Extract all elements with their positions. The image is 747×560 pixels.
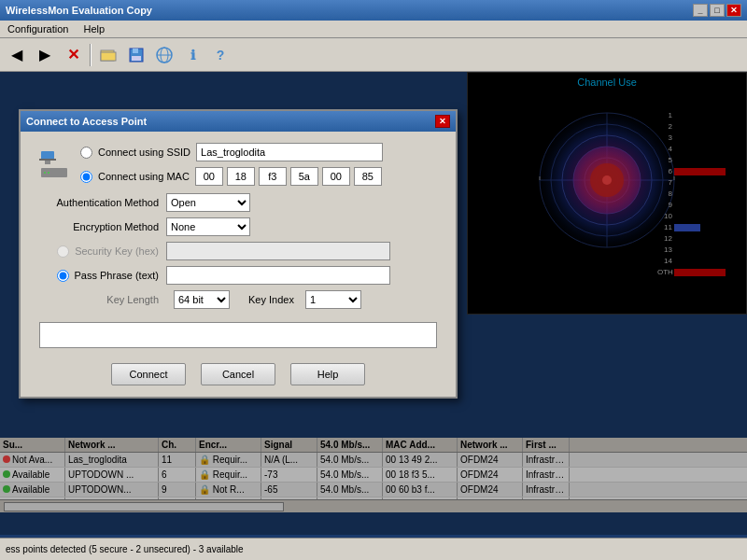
network-icon	[37, 147, 71, 181]
menu-configuration[interactable]: Configuration	[4, 22, 72, 35]
enc-method-row: Encryption Method None WEP TKIP AES	[35, 217, 441, 236]
status-text: ess points detected (5 secure - 2 unsecu…	[6, 544, 244, 554]
sec-key-radio[interactable]	[57, 245, 69, 258]
mac-field-5[interactable]	[322, 167, 350, 186]
sec-key-input[interactable]	[166, 242, 390, 260]
toolbar-open-button[interactable]	[95, 42, 121, 68]
sec-key-label: Security Key (hex)	[75, 245, 159, 257]
connect-dialog: Connect to Access Point ✕	[19, 109, 458, 399]
maximize-button[interactable]: □	[710, 4, 725, 17]
mac-field-6[interactable]	[354, 167, 382, 186]
note-input[interactable]	[39, 322, 437, 348]
sec-key-radio-row: Security Key (hex)	[35, 245, 166, 258]
pass-phrase-radio[interactable]	[57, 270, 69, 282]
status-bar: ess points detected (5 secure - 2 unsecu…	[0, 538, 747, 560]
mac-field-1[interactable]	[195, 167, 223, 186]
pass-phrase-row: Pass Phrase (text)	[35, 266, 441, 285]
dialog-title-bar: Connect to Access Point ✕	[21, 111, 456, 132]
mac-field-4[interactable]	[290, 167, 318, 186]
menu-bar: Configuration Help	[0, 21, 747, 38]
ssid-input[interactable]	[196, 143, 383, 161]
sec-key-row: Security Key (hex)	[35, 242, 441, 260]
toolbar-info-button[interactable]: ℹ	[179, 42, 205, 68]
connect-button[interactable]: Connect	[111, 363, 186, 385]
cancel-button[interactable]: Cancel	[201, 363, 275, 385]
toolbar-stop-button[interactable]: ✕	[60, 42, 86, 68]
key-length-label: Key Length	[35, 294, 166, 305]
pass-phrase-input[interactable]	[166, 266, 390, 285]
svg-rect-30	[45, 161, 50, 164]
key-index-label: Key Index	[248, 294, 294, 305]
toolbar-help-button[interactable]: ?	[207, 42, 233, 68]
dialog-body: Connect using SSID Connect using MAC	[21, 132, 456, 397]
connect-mac-radio[interactable]	[80, 171, 92, 183]
mac-radio-row: Connect using MAC	[80, 167, 441, 186]
app-title: WirelessMon Evaluation Copy	[6, 5, 152, 16]
enc-select[interactable]: None WEP TKIP AES	[166, 217, 250, 236]
svg-point-33	[48, 172, 49, 174]
toolbar-save-button[interactable]	[123, 42, 149, 68]
ssid-radio-row: Connect using SSID	[80, 143, 441, 161]
network-icon-area	[35, 146, 73, 183]
title-bar-buttons: _ □ ✕	[693, 4, 741, 17]
title-bar: WirelessMon Evaluation Copy _ □ ✕	[0, 0, 747, 21]
svg-rect-1	[101, 52, 116, 61]
connect-mac-label: Connect using MAC	[98, 171, 190, 182]
key-index-select[interactable]: 1 2 3 4	[305, 290, 361, 309]
svg-point-32	[44, 172, 46, 174]
menu-help[interactable]: Help	[79, 22, 108, 35]
dialog-icon-radio-row: Connect using SSID Connect using MAC	[35, 143, 441, 186]
auth-select[interactable]: Open Shared WPA WPA-PSK	[166, 193, 250, 212]
connect-ssid-radio[interactable]	[80, 147, 92, 159]
mac-field-2[interactable]	[227, 167, 255, 186]
connect-ssid-label: Connect using SSID	[98, 147, 190, 158]
mac-field-3[interactable]	[259, 167, 287, 186]
minimize-button[interactable]: _	[693, 4, 708, 17]
connection-type-radio-group: Connect using SSID Connect using MAC	[80, 143, 441, 186]
pass-phrase-label: Pass Phrase (text)	[75, 270, 159, 281]
toolbar-separator-1	[90, 44, 92, 66]
svg-rect-29	[39, 159, 56, 161]
pass-phrase-radio-row: Pass Phrase (text)	[35, 270, 166, 282]
toolbar: ◀ ▶ ✕ ℹ ?	[0, 38, 747, 72]
app-close-button[interactable]: ✕	[726, 4, 741, 17]
mac-inputs	[195, 167, 382, 186]
main-area: Administrador de paq Channel Use	[0, 72, 747, 535]
svg-rect-4	[132, 56, 141, 61]
toolbar-back-button[interactable]: ◀	[4, 42, 30, 68]
key-length-select[interactable]: 64 bit 128 bit	[174, 290, 230, 309]
svg-rect-3	[133, 49, 138, 53]
enc-label: Encryption Method	[35, 221, 166, 232]
key-options-row: Key Length 64 bit 128 bit Key Index 1 2 …	[35, 290, 441, 309]
help-button[interactable]: Help	[290, 363, 365, 385]
dialog-title: Connect to Access Point	[26, 116, 147, 127]
dialog-buttons: Connect Cancel Help	[35, 356, 441, 389]
auth-method-row: Authentication Method Open Shared WPA WP…	[35, 193, 441, 212]
dialog-close-button[interactable]: ✕	[435, 115, 450, 128]
toolbar-network-button[interactable]	[151, 42, 177, 68]
auth-label: Authentication Method	[35, 197, 166, 208]
toolbar-forward-button[interactable]: ▶	[32, 42, 58, 68]
